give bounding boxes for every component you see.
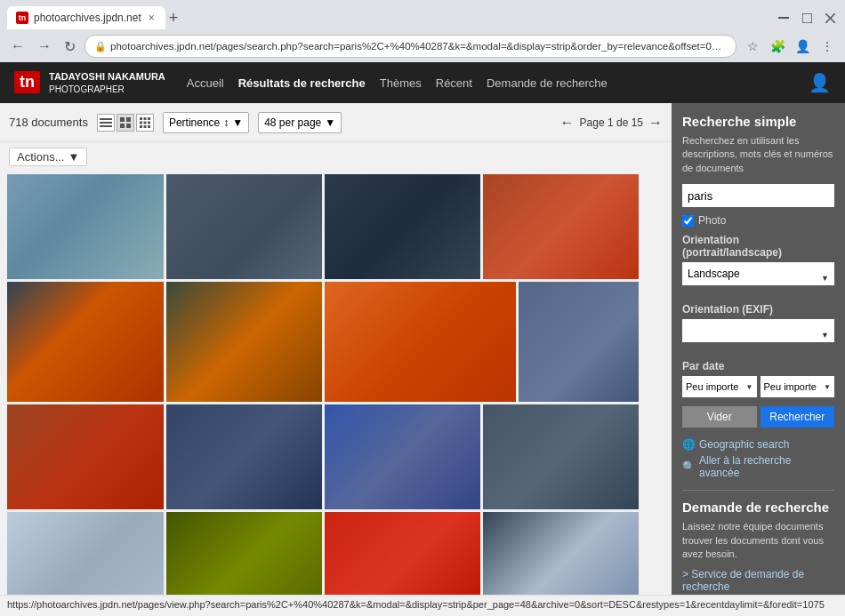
- nav-recent[interactable]: Récent: [436, 76, 472, 90]
- back-button[interactable]: ←: [7, 36, 28, 56]
- orientation-select[interactable]: Landscape Portrait Any: [682, 262, 834, 285]
- logo-name: TADAYOSHI NAKAMURA: [49, 70, 165, 83]
- next-page-button[interactable]: →: [648, 115, 663, 131]
- photo-row-1: [7, 174, 664, 279]
- nav-themes[interactable]: Thèmes: [380, 76, 422, 90]
- geographic-search-link[interactable]: 🌐 Geographic search: [682, 438, 834, 451]
- photo-7[interactable]: [325, 282, 516, 402]
- photo-12[interactable]: [483, 404, 639, 509]
- per-page-select[interactable]: 48 per page ▼: [258, 112, 342, 133]
- svg-rect-7: [120, 117, 125, 122]
- sort-icon: ↕: [223, 116, 229, 129]
- menu-button[interactable]: ⋮: [817, 36, 838, 57]
- photo-6[interactable]: [166, 282, 322, 402]
- rechercher-button[interactable]: Rechercher: [760, 406, 835, 428]
- prev-page-button[interactable]: ←: [560, 115, 575, 131]
- profile-button[interactable]: 👤: [792, 36, 813, 57]
- actions-label: Actions...: [17, 150, 64, 164]
- photo-4[interactable]: [483, 174, 639, 279]
- photo-checkbox[interactable]: [682, 215, 694, 227]
- photo-11[interactable]: [325, 404, 480, 509]
- photo-5[interactable]: [7, 282, 164, 402]
- svg-rect-0: [778, 17, 789, 19]
- sort-label: Pertinence: [169, 116, 220, 129]
- new-tab-button[interactable]: +: [169, 10, 179, 26]
- svg-rect-11: [140, 117, 142, 120]
- photo-row-3: [7, 404, 664, 509]
- photo-10[interactable]: [166, 404, 322, 509]
- demande-title: Demande de recherche: [682, 500, 834, 515]
- svg-rect-4: [100, 118, 112, 120]
- advanced-search-link[interactable]: 🔍 Aller à la recherche avancée: [682, 454, 834, 479]
- close-button[interactable]: [822, 12, 838, 23]
- forward-button[interactable]: →: [34, 36, 55, 56]
- refresh-button[interactable]: ↻: [60, 36, 79, 57]
- actions-arrow-icon: ▼: [68, 150, 79, 164]
- svg-rect-6: [100, 125, 112, 127]
- svg-rect-19: [148, 125, 150, 128]
- view-grid-small-icon[interactable]: [117, 114, 134, 132]
- date-to-select[interactable]: Peu importe: [760, 376, 835, 397]
- svg-rect-5: [100, 122, 112, 124]
- user-icon[interactable]: 👤: [809, 72, 831, 93]
- photo-16[interactable]: [483, 512, 639, 595]
- photo-8[interactable]: [519, 282, 639, 402]
- photo-2[interactable]: [166, 174, 322, 279]
- maximize-button[interactable]: [799, 12, 815, 23]
- status-bar: https://photoarchives.jpdn.net/pages/vie…: [0, 595, 845, 612]
- photo-row-2: [7, 282, 664, 402]
- nav-demande[interactable]: Demande de recherche: [487, 76, 608, 90]
- minimize-button[interactable]: [776, 12, 792, 23]
- photo-1[interactable]: [7, 174, 164, 279]
- logo-sub: PHOTOGRAPHER: [49, 84, 165, 95]
- per-page-arrow-icon: ▼: [325, 116, 335, 129]
- geo-search-label: Geographic search: [699, 438, 789, 451]
- view-icons: [97, 114, 154, 132]
- photo-label[interactable]: Photo: [698, 214, 726, 227]
- view-grid-large-icon[interactable]: [136, 114, 154, 132]
- bookmark-button[interactable]: ☆: [742, 36, 763, 57]
- photo-checkbox-row: Photo: [682, 214, 834, 227]
- photo-9[interactable]: [7, 404, 164, 509]
- extensions-button[interactable]: 🧩: [767, 36, 788, 57]
- demande-desc: Laissez notre équipe documents trouver l…: [682, 520, 834, 561]
- tab-favicon: tn: [16, 12, 28, 24]
- service-link[interactable]: > Service de demande de recherche: [682, 568, 834, 593]
- main-container: 718 documents Pertinence ↕ ▼ 48 per page: [0, 103, 845, 595]
- photo-13[interactable]: [7, 512, 164, 595]
- sidebar-divider: [682, 490, 834, 491]
- search-input[interactable]: [682, 184, 834, 207]
- orientation-select-wrapper: Landscape Portrait Any: [682, 262, 834, 294]
- doc-count: 718 documents: [9, 116, 88, 129]
- pagination: ← Page 1 de 15 →: [560, 115, 663, 131]
- status-url: https://photoarchives.jpdn.net/pages/vie…: [7, 599, 825, 610]
- svg-rect-1: [802, 13, 812, 23]
- photo-15[interactable]: [325, 512, 480, 595]
- nav-resultats[interactable]: Résultats de recherche: [238, 76, 366, 90]
- photo-row-4: [7, 512, 664, 595]
- par-date-label: Par date: [682, 360, 834, 372]
- orientation-exif-select[interactable]: [682, 319, 834, 342]
- orientation-exif-label: Orientation (EXIF): [682, 303, 834, 316]
- browser-chrome: tn photoarchives.jpdn.net × + ← → ↻ 🔒 ph…: [0, 0, 845, 62]
- results-area: 718 documents Pertinence ↕ ▼ 48 per page: [0, 103, 672, 595]
- date-to-wrapper: Peu importe: [760, 376, 835, 397]
- photo-3[interactable]: [325, 174, 480, 279]
- view-list-icon[interactable]: [97, 114, 115, 132]
- date-from-select[interactable]: Peu importe: [682, 376, 757, 397]
- tab-close-button[interactable]: ×: [147, 11, 157, 25]
- active-tab[interactable]: tn photoarchives.jpdn.net ×: [7, 6, 165, 29]
- orientation-portrait-label: Orientation (portrait/landscape): [682, 234, 834, 259]
- sort-select[interactable]: Pertinence ↕ ▼: [163, 112, 249, 133]
- svg-rect-13: [148, 117, 150, 120]
- vider-button[interactable]: Vider: [682, 406, 757, 428]
- sort-arrow-icon: ▼: [232, 116, 243, 129]
- svg-rect-17: [140, 125, 142, 128]
- photo-14[interactable]: [166, 512, 322, 595]
- nav-accueil[interactable]: Accueil: [187, 76, 224, 90]
- address-bar[interactable]: 🔒 photoarchives.jpdn.net/pages/search.ph…: [84, 35, 736, 58]
- globe-icon: 🌐: [682, 438, 696, 451]
- actions-dropdown[interactable]: Actions... ▼: [9, 148, 87, 166]
- app-header: tn TADAYOSHI NAKAMURA PHOTOGRAPHER Accue…: [0, 62, 845, 103]
- tab-bar: tn photoarchives.jpdn.net × +: [0, 0, 845, 30]
